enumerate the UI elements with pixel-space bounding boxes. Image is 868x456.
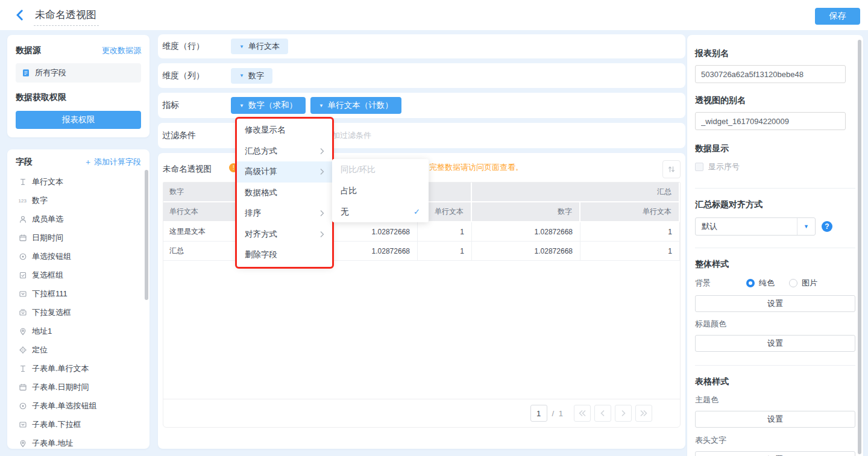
- chevron-right-icon: [319, 148, 324, 155]
- show-index-checkbox[interactable]: 显示序号: [695, 161, 855, 172]
- menu-item-delete-field[interactable]: 删除字段: [237, 245, 332, 266]
- member-icon: [18, 214, 27, 223]
- dimension-row-tag[interactable]: ▼单行文本: [231, 39, 288, 54]
- header-text-label: 表头文字: [695, 435, 855, 446]
- theme-color-label: 主题色: [695, 395, 855, 405]
- field-item-dropdown-multi[interactable]: 下拉复选框: [7, 303, 149, 322]
- table-cell: 1: [580, 242, 680, 261]
- checkbox-icon: [695, 163, 703, 171]
- bg-image-label[interactable]: 图片: [802, 278, 817, 289]
- settings-scrollbar[interactable]: [858, 40, 861, 454]
- field-item-checkbox-group[interactable]: 复选框组: [7, 266, 149, 284]
- first-page-button[interactable]: [574, 405, 591, 422]
- pagination-bar: 1 / 1: [163, 399, 680, 427]
- field-item-sub-address[interactable]: 子表单.地址: [7, 434, 149, 452]
- widget-alias-input[interactable]: [695, 112, 846, 130]
- summary-align-select[interactable]: 默认 ▼: [695, 217, 816, 236]
- data-access-title: 数据获取权限: [16, 92, 141, 103]
- preview-title: 未命名透视图: [163, 164, 212, 175]
- menu-item-sort[interactable]: 排序: [237, 203, 332, 224]
- field-item-sub-datetime[interactable]: 子表单.日期时间: [7, 378, 149, 396]
- dimension-col-tag[interactable]: ▼数字: [231, 68, 272, 84]
- caret-down-icon: ▼: [797, 218, 815, 235]
- metrics-label: 指标: [162, 100, 231, 111]
- chevron-right-icon: [319, 210, 324, 217]
- divider: [695, 188, 855, 189]
- next-page-button[interactable]: [615, 405, 632, 422]
- last-page-button[interactable]: [635, 405, 652, 422]
- chevron-right-icon: [620, 410, 626, 417]
- page-title[interactable]: 未命名透视图: [34, 8, 99, 26]
- table-cell: 这里是文本: [163, 222, 244, 242]
- field-item-text[interactable]: 单行文本: [7, 172, 149, 191]
- field-item-number[interactable]: 123 数字: [7, 191, 149, 210]
- change-datasource-link[interactable]: 更改数据源: [102, 45, 141, 56]
- chevron-left-icon: [16, 10, 27, 20]
- table-cell: 1: [580, 222, 680, 242]
- field-item-sub-text[interactable]: 子表单.单行文本: [7, 359, 149, 378]
- document-icon: [22, 69, 30, 77]
- metric-tag-number-sum[interactable]: ▼数字（求和）: [231, 97, 306, 114]
- report-permission-button[interactable]: 报表权限: [16, 111, 141, 129]
- field-item-sub-dropdown[interactable]: 子表单.下拉框: [7, 415, 149, 434]
- title-color-set-button[interactable]: 设置: [695, 335, 855, 352]
- double-chevron-left-icon: [578, 410, 587, 417]
- field-item-sub-radio-group[interactable]: 子表单.单选按钮组: [7, 396, 149, 415]
- bg-solid-label[interactable]: 纯色: [759, 278, 775, 289]
- report-alias-label: 报表别名: [695, 48, 855, 59]
- menu-item-rename[interactable]: 修改显示名: [237, 120, 332, 141]
- title-color-label: 标题颜色: [695, 319, 855, 330]
- submenu-item-percentage[interactable]: 占比: [332, 180, 429, 201]
- radio-icon: [18, 252, 27, 261]
- plus-icon: ＋: [84, 157, 94, 166]
- header-text-set-button[interactable]: 设置: [695, 451, 855, 456]
- dropdown-multi-icon: [18, 308, 27, 317]
- field-item-member[interactable]: 成员单选: [7, 210, 149, 228]
- double-chevron-right-icon: [640, 410, 648, 417]
- dimension-row-section: 维度（行） ▼单行文本: [158, 34, 685, 58]
- dimension-row-label: 维度（行）: [162, 41, 231, 52]
- field-item-address[interactable]: 地址1: [7, 322, 149, 340]
- background-set-button[interactable]: 设置: [695, 295, 855, 312]
- theme-color-set-button[interactable]: 设置: [695, 411, 855, 428]
- dimension-col-label: 维度（列）: [162, 70, 231, 81]
- menu-item-data-format[interactable]: 数据格式: [237, 183, 332, 204]
- text-icon: [18, 177, 27, 186]
- sort-button[interactable]: [662, 160, 681, 178]
- dimension-col-section: 维度（列） ▼数字: [158, 63, 685, 88]
- divider: [695, 248, 855, 248]
- field-item-dropdown[interactable]: 下拉框111: [7, 284, 149, 303]
- fields-title: 字段: [16, 157, 33, 167]
- submenu-item-none[interactable]: 无✓: [332, 201, 429, 222]
- fields-scrollbar[interactable]: [145, 170, 148, 300]
- radio-solid-color[interactable]: [746, 279, 755, 287]
- caret-down-icon: ▼: [239, 73, 244, 78]
- save-button[interactable]: 保存: [815, 8, 860, 25]
- table-empty-area: [163, 261, 680, 399]
- location-pin-icon: [18, 326, 27, 336]
- prev-page-button[interactable]: [594, 405, 611, 422]
- back-button[interactable]: [16, 10, 27, 20]
- table-header-cell: 汇总: [472, 183, 680, 201]
- metric-tag-text-count[interactable]: ▼单行文本（计数）: [310, 97, 401, 114]
- menu-item-summary-method[interactable]: 汇总方式: [237, 141, 332, 162]
- field-list: 单行文本 123 数字 成员单选 日期时间 单选按钮组 复选框组: [7, 172, 149, 452]
- chevron-left-icon: [600, 410, 606, 417]
- table-cell: 1: [418, 242, 472, 261]
- field-item-location[interactable]: 定位: [7, 340, 149, 359]
- page-number-input[interactable]: 1: [530, 405, 547, 422]
- filter-label: 过滤条件: [162, 130, 231, 141]
- menu-item-advanced-calc[interactable]: 高级计算: [237, 161, 332, 183]
- divider: [695, 365, 855, 366]
- radio-image[interactable]: [789, 279, 797, 287]
- datasource-title: 数据源: [16, 45, 41, 56]
- menu-item-align[interactable]: 对齐方式: [237, 224, 332, 245]
- submenu-item-yoy[interactable]: 同比/环比: [332, 159, 429, 180]
- text-icon: [18, 364, 27, 373]
- add-calc-field-link[interactable]: ＋ 添加计算字段: [84, 157, 141, 167]
- report-alias-input[interactable]: [695, 65, 846, 83]
- field-item-radio-group[interactable]: 单选按钮组: [7, 247, 149, 266]
- help-icon[interactable]: ?: [822, 221, 832, 232]
- datasource-item[interactable]: 所有字段: [16, 63, 141, 83]
- field-item-datetime[interactable]: 日期时间: [7, 228, 149, 247]
